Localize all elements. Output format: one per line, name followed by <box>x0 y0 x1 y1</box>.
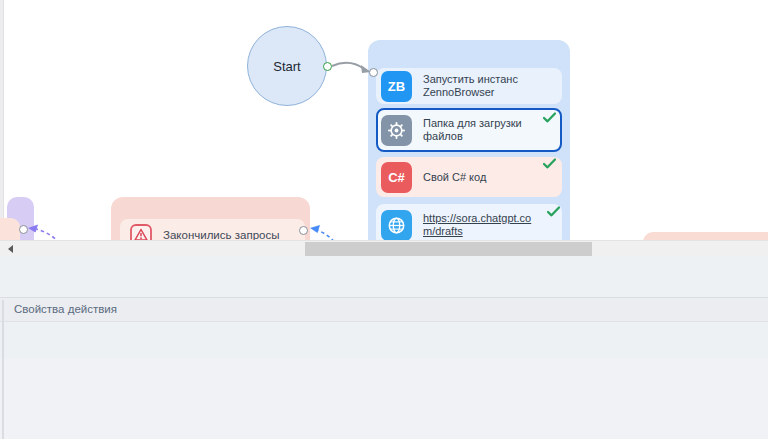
panel-left-grip <box>2 300 4 439</box>
purple-dashed-edge <box>26 222 68 240</box>
warning-icon <box>130 224 152 240</box>
scrollbar-thumb[interactable] <box>305 242 592 256</box>
gear-icon <box>381 115 412 146</box>
action-block-label: Папка для загрузки файлов <box>423 117 541 143</box>
action-group-panel[interactable]: ZB Запустить инстанс ZennoBrowser Папка … <box>368 40 570 240</box>
flow-canvas[interactable]: Закончились запросы Start ZB Запустить и… <box>0 0 768 240</box>
action-block-zennobrowser[interactable]: ZB Запустить инстанс ZennoBrowser <box>376 68 562 104</box>
csharp-icon: C# <box>381 162 412 193</box>
error-node-label: Закончились запросы <box>163 224 279 240</box>
start-connector-edge <box>330 56 374 80</box>
pink-action-node-right[interactable] <box>643 232 768 240</box>
properties-toolbar <box>0 322 768 358</box>
properties-panel-header: Свойства действия <box>0 297 768 322</box>
globe-icon <box>381 210 412 241</box>
action-block-label: Свой C# код <box>423 171 541 184</box>
action-block-csharp[interactable]: C# Свой C# код <box>376 157 562 197</box>
blue-dashed-edge <box>307 221 343 240</box>
action-block-url-link[interactable]: https://sora.chatgpt.com/drafts <box>423 212 541 238</box>
start-node-label: Start <box>273 59 300 74</box>
action-block-label: Запустить инстанс ZennoBrowser <box>423 73 541 99</box>
pink-action-node-left[interactable] <box>0 218 20 240</box>
check-icon <box>543 112 556 123</box>
scroll-left-arrow-icon[interactable] <box>8 245 13 253</box>
error-node-port[interactable] <box>299 226 308 235</box>
error-action-block[interactable]: Закончились запросы <box>120 219 305 240</box>
bottom-dock-toolbar: + <box>0 256 768 297</box>
zennobrowser-icon: ZB <box>381 71 412 102</box>
action-block-download-folder[interactable]: Папка для загрузки файлов <box>376 108 562 152</box>
error-group-node[interactable]: Закончились запросы <box>111 197 310 240</box>
action-properties-form: Папка для загрузки файлов ▾ {-Project.Di… <box>0 358 768 439</box>
start-node[interactable]: Start <box>247 26 327 106</box>
purple-node-port[interactable] <box>19 225 28 234</box>
check-icon <box>543 158 556 169</box>
properties-panel-title: Свойства действия <box>14 303 117 315</box>
canvas-horizontal-scrollbar[interactable] <box>0 240 768 256</box>
action-block-open-url[interactable]: https://sora.chatgpt.com/drafts <box>376 204 562 240</box>
block-input-port[interactable] <box>369 68 378 77</box>
canvas-left-scroll-strip[interactable] <box>0 0 4 240</box>
start-output-port[interactable] <box>323 62 332 71</box>
check-icon <box>547 206 560 217</box>
